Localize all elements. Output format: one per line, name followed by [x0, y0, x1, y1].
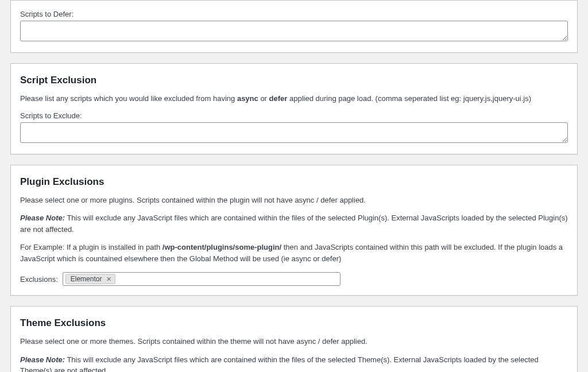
plugin-exclusions-field-label: Exclusions: — [20, 275, 58, 284]
plugin-exclusions-select[interactable]: Elementor ✕ — [63, 272, 341, 286]
scripts-to-defer-card: Scripts to Defer: — [10, 0, 578, 53]
plugin-exclusions-field: Exclusions: Elementor ✕ — [20, 272, 568, 286]
plugin-exclusions-note: Please Note: This will exclude any JavaS… — [20, 212, 568, 235]
plugin-exclusions-heading: Plugin Exclusions — [20, 176, 568, 188]
script-exclusion-heading: Script Exclusion — [20, 75, 568, 86]
theme-exclusions-card: Theme Exclusions Please select one or mo… — [10, 306, 578, 372]
scripts-to-exclude-label: Scripts to Exclude: — [20, 111, 568, 120]
plugin-exclusions-card: Plugin Exclusions Please select one or m… — [10, 165, 578, 296]
script-exclusion-card: Script Exclusion Please list any scripts… — [10, 63, 578, 154]
plugin-exclusions-example: For Example: If a plugin is installed in… — [20, 242, 568, 264]
theme-exclusions-note: Please Note: This will exclude any JavaS… — [20, 354, 568, 373]
plugin-exclusions-input[interactable] — [118, 274, 337, 285]
scripts-to-defer-label: Scripts to Defer: — [20, 10, 568, 18]
script-exclusion-description: Please list any scripts which you would … — [20, 93, 568, 104]
theme-exclusions-intro: Please select one or more themes. Script… — [20, 336, 568, 347]
plugin-exclusions-intro: Please select one or more plugins. Scrip… — [20, 195, 568, 206]
theme-exclusions-heading: Theme Exclusions — [20, 317, 568, 329]
scripts-to-defer-input[interactable] — [20, 21, 568, 41]
plugin-exclusions-tag-label: Elementor — [71, 275, 102, 283]
plugin-exclusions-tag: Elementor ✕ — [65, 274, 116, 284]
remove-tag-icon[interactable]: ✕ — [105, 276, 113, 282]
scripts-to-exclude-input[interactable] — [20, 122, 568, 143]
